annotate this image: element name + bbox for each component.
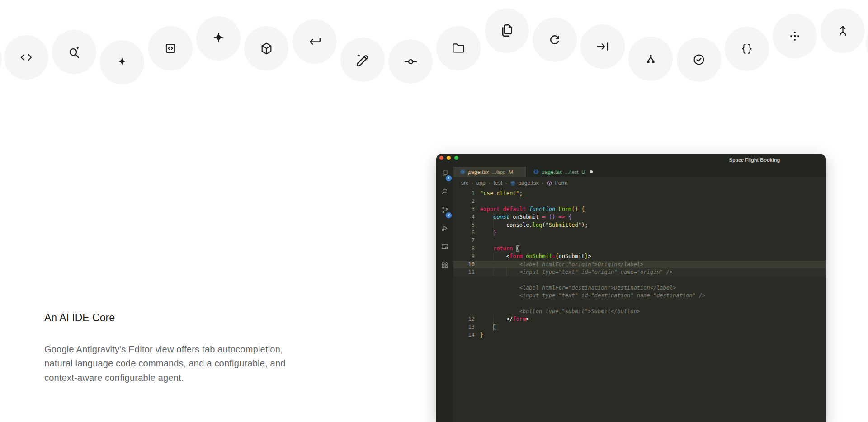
code-line[interactable]: 14} xyxy=(453,331,826,339)
intro-section: An AI IDE Core Google Antigravity's Edit… xyxy=(44,311,286,385)
code-line[interactable]: <button type="submit">Submit</button> xyxy=(453,308,826,315)
code-line[interactable]: 8 return ( xyxy=(453,245,826,253)
tab-arrow-icon xyxy=(595,39,610,54)
hero-circle xyxy=(4,35,48,80)
code-text: return ( xyxy=(480,245,519,253)
tab-dir: .../test xyxy=(565,169,578,175)
hero-circle xyxy=(628,37,673,81)
line-number: 1 xyxy=(453,190,475,197)
code-line[interactable]: 4 const onSubmit = () => { xyxy=(453,213,826,221)
intro-paragraph: Google Antigravity's Editor view offers … xyxy=(44,342,286,385)
line-number: 7 xyxy=(453,237,475,244)
breadcrumb-item[interactable]: src xyxy=(461,180,468,186)
tab-app-page.tsx[interactable]: page.tsx.../appM xyxy=(453,167,527,177)
react-icon xyxy=(510,180,516,186)
code-line[interactable] xyxy=(453,276,826,284)
code-line[interactable]: 1"use client"; xyxy=(453,190,826,197)
code-text: <label htmlFor="origin">Origin</label> xyxy=(480,261,643,268)
line-number: 5 xyxy=(453,221,475,229)
code-icon xyxy=(19,50,33,65)
breadcrumb-item[interactable]: Form xyxy=(555,180,567,186)
breadcrumb-item[interactable]: page.tsx xyxy=(518,180,538,186)
braces-icon xyxy=(741,42,753,55)
code-line[interactable]: 12 </form> xyxy=(453,315,826,323)
copy-pages-icon xyxy=(499,23,514,38)
tab-test-page.tsx[interactable]: page.tsx.../testU xyxy=(527,167,599,177)
code-line[interactable]: 5 console.log("Submitted"); xyxy=(453,221,826,229)
activity-remote-icon[interactable] xyxy=(436,238,453,256)
intro-heading: An AI IDE Core xyxy=(44,311,286,324)
sparkle-icon xyxy=(115,56,129,69)
code-text: "use client"; xyxy=(480,190,523,197)
code-text: </form> xyxy=(480,315,529,323)
hero-circle xyxy=(196,16,241,61)
sparkle-large-icon xyxy=(210,30,227,47)
tab-git-status: U xyxy=(581,169,585,175)
magic-pencil-icon xyxy=(355,52,370,67)
line-number: 10 xyxy=(453,261,475,268)
activity-bar: 17 xyxy=(436,167,453,422)
activity-debug-icon[interactable] xyxy=(436,219,453,237)
code-text: <input type="text" id="origin" name="ori… xyxy=(480,268,673,276)
line-number: 3 xyxy=(453,206,475,213)
code-line[interactable]: 3export default function Form() { xyxy=(453,206,826,213)
git-commit-icon xyxy=(403,54,418,69)
activity-files-icon[interactable]: 1 xyxy=(436,164,453,182)
symbol-cube-icon xyxy=(547,180,552,186)
code-line[interactable]: 9 <form onSubmit={onSubmit}> xyxy=(453,253,826,260)
activity-source-control-icon[interactable]: 7 xyxy=(436,201,453,219)
hero-circle xyxy=(340,38,385,82)
hero-circle xyxy=(52,30,96,74)
hero-circle xyxy=(866,21,868,66)
code-line[interactable] xyxy=(453,300,826,307)
window-titlebar[interactable]: Space Flight Booking xyxy=(436,154,826,167)
code-line[interactable]: 13 ) xyxy=(453,324,826,331)
code-line[interactable]: <input type="text" id="destination" name… xyxy=(453,292,826,300)
code-text: export default function Form() { xyxy=(480,206,585,213)
hero-circle xyxy=(821,9,865,53)
branch-split-icon xyxy=(644,52,657,66)
code-text: } xyxy=(480,229,496,237)
search-sparkle-icon xyxy=(67,45,82,60)
dirty-indicator[interactable] xyxy=(590,170,593,173)
hero-circle xyxy=(388,39,433,84)
tab-git-status: M xyxy=(509,169,513,175)
line-number: 14 xyxy=(453,331,475,339)
code-line[interactable]: 11 <input type="text" id="origin" name="… xyxy=(453,268,826,276)
code-text: const onSubmit = () => { xyxy=(480,213,571,221)
line-number: 11 xyxy=(453,268,475,276)
breadcrumb-separator: › xyxy=(472,180,473,186)
page: An AI IDE Core Google Antigravity's Edit… xyxy=(0,0,868,422)
activity-search-icon[interactable] xyxy=(436,183,453,201)
breadcrumb-item[interactable]: app xyxy=(476,180,486,186)
hero-circle xyxy=(533,18,577,62)
code-line[interactable]: 7 xyxy=(453,237,826,244)
code-box-icon xyxy=(164,42,177,55)
return-arrow-icon xyxy=(307,34,322,49)
react-icon xyxy=(460,169,466,175)
hero-circle xyxy=(725,27,769,71)
minimize-light[interactable] xyxy=(447,156,451,160)
zoom-light[interactable] xyxy=(454,156,458,160)
hero-circle xyxy=(485,9,529,53)
window-title: Space Flight Booking xyxy=(729,154,780,167)
code-text: <form onSubmit={onSubmit}> xyxy=(480,253,591,260)
drag-dots-icon xyxy=(788,30,801,42)
code-line[interactable]: 6 } xyxy=(453,229,826,237)
breadcrumb-item[interactable]: test xyxy=(493,180,502,186)
breadcrumb-separator: › xyxy=(489,180,491,186)
refresh-icon xyxy=(548,33,561,47)
breadcrumb-separator: › xyxy=(542,180,544,186)
code-line[interactable]: 2 xyxy=(453,197,826,205)
breadcrumb[interactable]: src›app›test›page.tsx›Form xyxy=(453,177,826,189)
activity-extensions-icon[interactable] xyxy=(436,256,453,274)
hero-circle xyxy=(148,26,193,70)
code-line[interactable]: 10 <label htmlFor="origin">Origin</label… xyxy=(453,261,826,268)
close-light[interactable] xyxy=(439,156,443,160)
merge-arrow-icon xyxy=(836,24,850,38)
code-text: <button type="submit">Submit</button> xyxy=(480,308,640,315)
code-line[interactable]: <label htmlFor="destination">Destination… xyxy=(453,284,826,292)
code-editor[interactable]: 1"use client";23export default function … xyxy=(453,190,826,339)
code-text: console.log("Submitted"); xyxy=(480,221,588,229)
line-number: 2 xyxy=(453,197,475,205)
